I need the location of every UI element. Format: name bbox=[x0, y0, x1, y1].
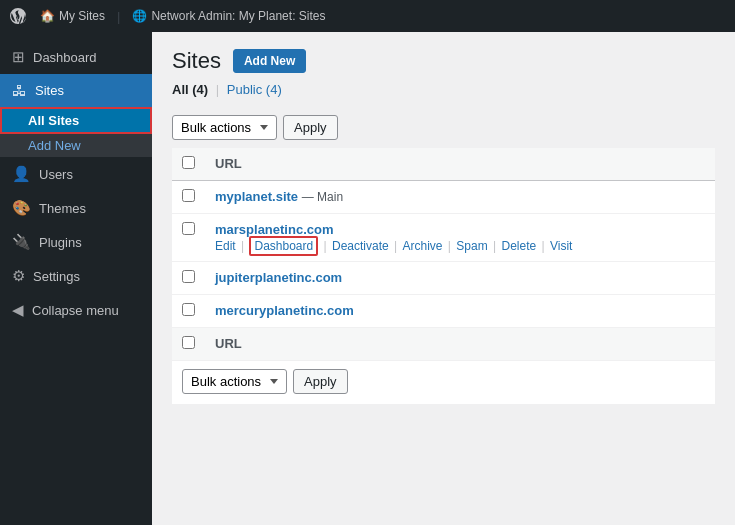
sidebar-item-add-new[interactable]: Add New bbox=[0, 134, 152, 157]
sidebar-item-collapse[interactable]: ◀ Collapse menu bbox=[0, 293, 152, 327]
table-row: jupiterplanetinc.com bbox=[172, 262, 715, 295]
site-url-link-3[interactable]: jupiterplanetinc.com bbox=[215, 270, 342, 285]
row-check-4 bbox=[172, 295, 205, 328]
filter-separator: | bbox=[216, 82, 219, 97]
sidebar-item-users[interactable]: 👤 Users bbox=[0, 157, 152, 191]
row-url-4: mercuryplanetinc.com bbox=[205, 295, 715, 328]
site-action-edit-2[interactable]: Edit bbox=[215, 239, 236, 253]
row-checkbox-3[interactable] bbox=[182, 270, 195, 283]
table-footer-row: URL bbox=[172, 328, 715, 361]
network-admin-item[interactable]: 🌐 Network Admin: My Planet: Sites bbox=[132, 9, 325, 23]
filter-public-link[interactable]: Public (4) bbox=[227, 82, 282, 97]
row-check-2 bbox=[172, 214, 205, 262]
apply-button-top[interactable]: Apply bbox=[283, 115, 338, 140]
row-checkbox-4[interactable] bbox=[182, 303, 195, 316]
site-url-link-1[interactable]: myplanet.site bbox=[215, 189, 298, 204]
row-check-3 bbox=[172, 262, 205, 295]
collapse-icon: ◀ bbox=[12, 301, 24, 319]
my-sites-label: My Sites bbox=[59, 9, 105, 23]
sidebar-themes-label: Themes bbox=[39, 201, 86, 216]
bulk-actions-select-bottom[interactable]: Bulk actions Delete Sites bbox=[182, 369, 287, 394]
site-url-2: marsplanetinc.com bbox=[215, 222, 705, 237]
settings-icon: ⚙ bbox=[12, 267, 25, 285]
top-bar-separator: | bbox=[117, 9, 120, 24]
my-sites-icon: 🏠 bbox=[40, 9, 55, 23]
sidebar-item-themes[interactable]: 🎨 Themes bbox=[0, 191, 152, 225]
sites-icon: 🖧 bbox=[12, 82, 27, 99]
table-row: mercuryplanetinc.com bbox=[172, 295, 715, 328]
row-url-2: marsplanetinc.com Edit | Dashboard | Dea… bbox=[205, 214, 715, 262]
site-actions-2: Edit | Dashboard | Deactivate | Archive … bbox=[215, 239, 705, 253]
network-admin-icon: 🌐 bbox=[132, 9, 147, 23]
main-content: Sites Add New All (4) | Public (4) Bulk … bbox=[152, 32, 735, 525]
add-new-label: Add New bbox=[28, 138, 81, 153]
site-action-deactivate-2[interactable]: Deactivate bbox=[332, 239, 389, 253]
select-all-checkbox[interactable] bbox=[182, 156, 195, 169]
site-action-delete-2[interactable]: Delete bbox=[501, 239, 536, 253]
themes-icon: 🎨 bbox=[12, 199, 31, 217]
footer-select-all-checkbox[interactable] bbox=[182, 336, 195, 349]
bulk-actions-row-bottom: Bulk actions Delete Sites Apply bbox=[172, 361, 715, 404]
apply-button-bottom[interactable]: Apply bbox=[293, 369, 348, 394]
table-check-header bbox=[172, 148, 205, 181]
sidebar-users-label: Users bbox=[39, 167, 73, 182]
site-action-spam-2[interactable]: Spam bbox=[456, 239, 487, 253]
footer-url-header: URL bbox=[205, 328, 715, 361]
sidebar-dashboard-label: Dashboard bbox=[33, 50, 97, 65]
site-action-archive-2[interactable]: Archive bbox=[403, 239, 443, 253]
users-icon: 👤 bbox=[12, 165, 31, 183]
wp-logo-icon bbox=[8, 6, 28, 26]
sidebar-collapse-label: Collapse menu bbox=[32, 303, 119, 318]
sidebar-item-dashboard[interactable]: ⊞ Dashboard bbox=[0, 40, 152, 74]
wp-logo-item[interactable] bbox=[8, 6, 28, 26]
site-url-1: myplanet.site — Main bbox=[215, 189, 705, 204]
sidebar-plugins-label: Plugins bbox=[39, 235, 82, 250]
bulk-actions-row-top: Bulk actions Delete Sites Apply bbox=[172, 107, 715, 148]
sidebar: ⊞ Dashboard 🖧 Sites All Sites Add New 👤 … bbox=[0, 32, 152, 525]
sidebar-item-settings[interactable]: ⚙ Settings bbox=[0, 259, 152, 293]
sidebar-item-plugins[interactable]: 🔌 Plugins bbox=[0, 225, 152, 259]
dashboard-icon: ⊞ bbox=[12, 48, 25, 66]
sidebar-settings-label: Settings bbox=[33, 269, 80, 284]
site-url-3: jupiterplanetinc.com bbox=[215, 270, 705, 285]
sidebar-item-all-sites[interactable]: All Sites bbox=[0, 107, 152, 134]
footer-check-col bbox=[172, 328, 205, 361]
site-action-dashboard-2[interactable]: Dashboard bbox=[249, 236, 318, 256]
page-title: Sites bbox=[172, 48, 221, 74]
row-url-1: myplanet.site — Main bbox=[205, 181, 715, 214]
sidebar-submenu-sites: All Sites Add New bbox=[0, 107, 152, 157]
all-sites-label: All Sites bbox=[28, 113, 79, 128]
filter-all-link[interactable]: All (4) bbox=[172, 82, 212, 97]
row-check-1 bbox=[172, 181, 205, 214]
row-checkbox-2[interactable] bbox=[182, 222, 195, 235]
row-url-3: jupiterplanetinc.com bbox=[205, 262, 715, 295]
sites-table: URL myplanet.site — Main bbox=[172, 148, 715, 361]
site-suffix-1: — Main bbox=[302, 190, 343, 204]
plugins-icon: 🔌 bbox=[12, 233, 31, 251]
network-admin-label: Network Admin: My Planet: Sites bbox=[151, 9, 325, 23]
site-url-link-2[interactable]: marsplanetinc.com bbox=[215, 222, 334, 237]
my-sites-item[interactable]: 🏠 My Sites bbox=[40, 9, 105, 23]
table-row: marsplanetinc.com Edit | Dashboard | Dea… bbox=[172, 214, 715, 262]
sidebar-sites-label: Sites bbox=[35, 83, 64, 98]
site-action-visit-2[interactable]: Visit bbox=[550, 239, 572, 253]
top-bar: 🏠 My Sites | 🌐 Network Admin: My Planet:… bbox=[0, 0, 735, 32]
table-row: myplanet.site — Main bbox=[172, 181, 715, 214]
bulk-actions-select-top[interactable]: Bulk actions Delete Sites bbox=[172, 115, 277, 140]
sidebar-item-sites[interactable]: 🖧 Sites bbox=[0, 74, 152, 107]
site-url-link-4[interactable]: mercuryplanetinc.com bbox=[215, 303, 354, 318]
filter-links: All (4) | Public (4) bbox=[172, 82, 715, 97]
site-url-4: mercuryplanetinc.com bbox=[215, 303, 705, 318]
page-title-row: Sites Add New bbox=[172, 48, 715, 74]
row-checkbox-1[interactable] bbox=[182, 189, 195, 202]
table-url-header: URL bbox=[205, 148, 715, 181]
add-new-button[interactable]: Add New bbox=[233, 49, 306, 73]
